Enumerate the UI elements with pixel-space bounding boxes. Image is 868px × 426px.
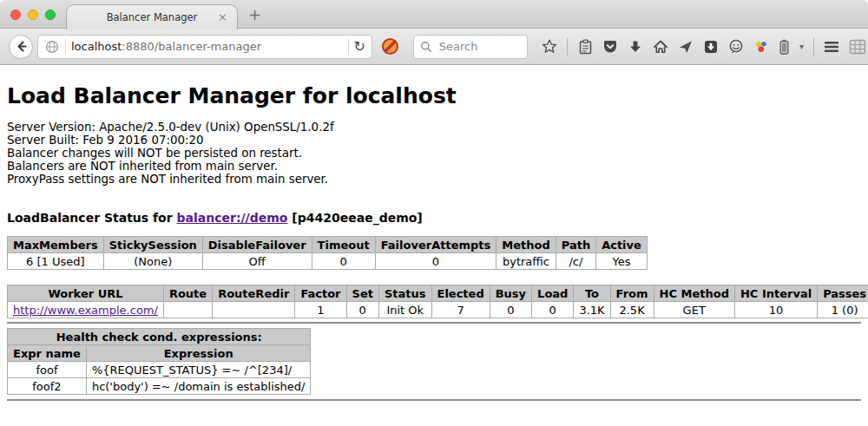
col-active: Active xyxy=(596,237,648,253)
status-prefix: LoadBalancer Status for xyxy=(7,211,177,225)
send-to-device-icon[interactable] xyxy=(678,39,694,55)
routeredir-value xyxy=(213,302,295,318)
back-button[interactable] xyxy=(9,35,33,59)
col-expression: Expression xyxy=(86,345,311,362)
col-disablefailover: DisableFailover xyxy=(202,237,312,253)
maxmembers-value: 6 [1 Used] xyxy=(8,253,104,270)
table-header-row: MaxMembers StickySession DisableFailover… xyxy=(8,237,648,253)
bookmark-star-icon[interactable] xyxy=(542,39,557,55)
server-built-line: Server Built: Feb 9 2016 07:00:20 xyxy=(7,134,861,147)
url-bar[interactable]: localhost:8880/balancer-manager ↻ xyxy=(37,35,372,59)
window-controls xyxy=(10,10,56,20)
table-header-row: Expr name Expression xyxy=(8,345,311,362)
window-zoom-button[interactable] xyxy=(45,10,56,20)
col-timeout: Timeout xyxy=(312,237,375,253)
route-value xyxy=(163,302,212,318)
back-arrow-icon xyxy=(13,39,29,55)
url-path: :8880/balancer-manager xyxy=(122,40,261,53)
persist-notice-line: Balancer changes will NOT be persisted o… xyxy=(7,147,861,160)
page-title: Load Balancer Manager for localhost xyxy=(7,83,861,108)
col-load: Load xyxy=(532,285,574,302)
tab-groups-icon[interactable] xyxy=(849,39,866,55)
battery-extension-icon[interactable] xyxy=(779,39,790,55)
window-minimize-button[interactable] xyxy=(28,10,38,20)
col-maxmembers: MaxMembers xyxy=(8,237,104,253)
server-info: Server Version: Apache/2.5.0-dev (Unix) … xyxy=(7,121,861,186)
urlbar-divider xyxy=(65,39,66,55)
table-row: foof %{REQUEST_STATUS} =~ /^[234]/ xyxy=(8,362,311,378)
disablefailover-value: Off xyxy=(202,253,312,270)
col-worker-url: Worker URL xyxy=(8,285,164,302)
status-value: Init Ok xyxy=(378,302,431,318)
expression-value: hc('body') =~ /domain is established/ xyxy=(86,378,311,395)
expr-name-value: foof xyxy=(8,362,87,378)
table-row: http://www.example.com/ 1 0 Init Ok 7 0 … xyxy=(8,302,868,318)
col-to: To xyxy=(574,285,610,302)
col-route: Route xyxy=(163,285,212,302)
urlbar-divider xyxy=(348,39,349,55)
search-input[interactable] xyxy=(437,39,521,54)
col-status: Status xyxy=(378,285,431,302)
url-host: localhost xyxy=(71,40,122,53)
overflow-caret-icon[interactable]: ▾ xyxy=(799,39,804,55)
set-value: 0 xyxy=(346,302,378,318)
table-header-row: Worker URL Route RouteRedir Factor Set S… xyxy=(8,285,868,302)
path-value: /c/ xyxy=(556,253,595,270)
url-text[interactable]: localhost:8880/balancer-manager xyxy=(71,40,343,53)
tab-close-icon[interactable]: × xyxy=(218,11,227,23)
col-passes: Passes xyxy=(818,285,868,302)
divider xyxy=(7,399,861,401)
page-content: Load Balancer Manager for localhost Serv… xyxy=(0,83,868,401)
browser-titlebar: Balancer Manager × + xyxy=(0,0,868,29)
download-icon[interactable] xyxy=(628,39,643,55)
col-from: From xyxy=(610,285,654,302)
col-path: Path xyxy=(556,237,595,253)
search-icon xyxy=(420,39,433,55)
busy-value: 0 xyxy=(490,302,531,318)
from-value: 2.5K xyxy=(610,302,654,318)
video-download-helper-icon[interactable] xyxy=(703,39,719,55)
balancer-demo-link[interactable]: balancer://demo xyxy=(177,211,288,225)
toolbar-divider xyxy=(567,38,568,56)
col-busy: Busy xyxy=(490,285,531,302)
search-bar[interactable] xyxy=(413,35,528,59)
status-suffix: [p4420eeae_demo] xyxy=(287,211,422,225)
col-failoverattempts: FailoverAttempts xyxy=(375,237,496,253)
reading-list-icon[interactable] xyxy=(577,39,593,55)
menu-hamburger-icon[interactable] xyxy=(824,39,839,55)
reload-icon[interactable]: ↻ xyxy=(354,40,365,54)
col-stickysession: StickySession xyxy=(103,237,202,253)
pocket-icon[interactable] xyxy=(602,39,618,55)
divider xyxy=(7,322,861,324)
method-value: bytraffic xyxy=(496,253,556,270)
worker-table: Worker URL Route RouteRedir Factor Set S… xyxy=(7,285,868,318)
col-method: Method xyxy=(496,237,556,253)
toolbar-divider xyxy=(813,38,814,56)
health-check-table: Health check cond. expressions: Expr nam… xyxy=(7,328,311,395)
worker-url-link[interactable]: http://www.example.com/ xyxy=(13,304,158,317)
browser-tab[interactable]: Balancer Manager × xyxy=(66,4,238,29)
plugin-blocked-icon[interactable] xyxy=(382,38,398,55)
health-check-title: Health check cond. expressions: xyxy=(8,329,311,345)
window-close-button[interactable] xyxy=(10,10,21,20)
proxypass-notice-line: ProxyPass settings are NOT inherited fro… xyxy=(7,173,861,186)
col-factor: Factor xyxy=(295,285,346,302)
hc-interval-value: 10 xyxy=(734,302,817,318)
expr-name-value: foof2 xyxy=(8,378,87,395)
col-elected: Elected xyxy=(431,285,490,302)
table-row: foof2 hc('body') =~ /domain is establish… xyxy=(8,378,311,395)
table-row: 6 [1 Used] (None) Off 0 0 bytraffic /c/ … xyxy=(8,253,648,270)
home-icon[interactable] xyxy=(653,39,668,55)
server-version-line: Server Version: Apache/2.5.0-dev (Unix) … xyxy=(7,121,861,134)
colored-dots-extension-icon[interactable] xyxy=(753,39,769,55)
col-hc-method: HC Method xyxy=(654,285,734,302)
stickysession-value: (None) xyxy=(103,253,202,270)
tab-title: Balancer Manager xyxy=(107,11,198,23)
balancers-notice-line: Balancers are NOT inherited from main se… xyxy=(7,160,861,173)
chat-smiley-icon[interactable] xyxy=(728,39,744,55)
failoverattempts-value: 0 xyxy=(375,253,496,270)
browser-toolbar: localhost:8880/balancer-manager ↻ xyxy=(0,29,868,65)
new-tab-button[interactable]: + xyxy=(248,5,261,23)
col-expr-name: Expr name xyxy=(8,345,87,362)
to-value: 3.1K xyxy=(574,302,610,318)
